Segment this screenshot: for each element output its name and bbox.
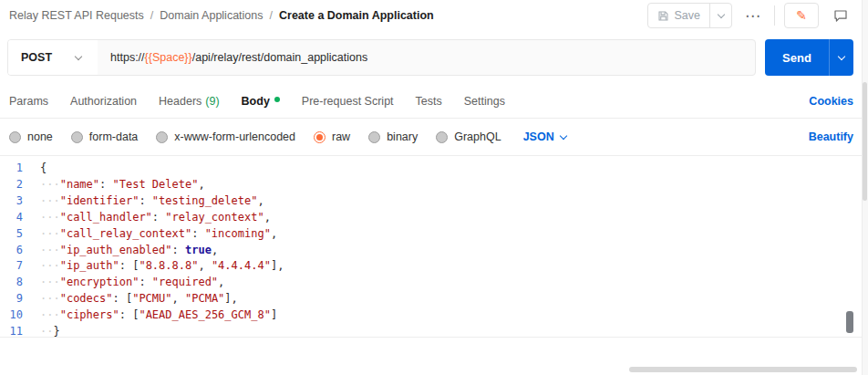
code-token: : <box>152 211 165 224</box>
code-token: ··· <box>40 227 60 240</box>
code-token: "PCMA" <box>185 292 224 305</box>
radio-icon <box>156 131 168 143</box>
breadcrumb-item-collection[interactable]: Relay REST API Requests <box>9 9 144 22</box>
body-mode-none[interactable]: none <box>9 130 53 143</box>
code-token: true <box>185 244 212 256</box>
horizontal-scrollbar-thumb[interactable] <box>629 367 857 372</box>
code-token: ··· <box>40 178 60 191</box>
headers-count: (9) <box>205 95 219 108</box>
tab-authorization[interactable]: Authorization <box>70 95 137 108</box>
body-mode-x-www-form-urlencoded[interactable]: x-www-form-urlencoded <box>156 130 295 143</box>
radio-icon <box>368 131 380 143</box>
more-options-button[interactable]: ⋯ <box>741 6 765 26</box>
code-token: "required" <box>152 276 218 288</box>
code-line[interactable]: ···"encryption": "required", <box>40 275 868 291</box>
body-code-editor[interactable]: 1234567891011 {···"name": "Test Delete",… <box>0 155 868 338</box>
pencil-icon: ✎ <box>796 8 807 23</box>
edit-button[interactable]: ✎ <box>784 3 819 28</box>
tab-params[interactable]: Params <box>9 95 48 108</box>
code-token: "incoming" <box>205 227 271 240</box>
radio-icon <box>71 131 83 143</box>
code-token: ], <box>271 259 284 272</box>
tab-pre-request-script[interactable]: Pre-request Script <box>302 95 394 108</box>
header-actions: Save ⋯ ✎ <box>647 3 854 28</box>
breadcrumb-separator: / <box>150 9 153 22</box>
radio-icon <box>436 131 448 143</box>
chevron-down-icon <box>559 131 566 139</box>
cookies-link[interactable]: Cookies <box>809 95 853 108</box>
line-number: 6 <box>0 243 23 259</box>
breadcrumb-item-request[interactable]: Create a Domain Application <box>279 9 434 22</box>
save-button[interactable]: Save <box>648 4 710 27</box>
code-token: , <box>198 259 211 272</box>
url-prefix: https:// <box>110 51 145 64</box>
save-button-label: Save <box>675 9 701 22</box>
code-token: ] <box>271 308 277 321</box>
method-url-group: POST https://{{Space}}/api/relay/rest/do… <box>7 39 756 76</box>
chevron-down-icon <box>717 10 724 17</box>
radio-label: binary <box>387 130 418 143</box>
code-line[interactable]: ···"ciphers": ["AEAD_AES_256_GCM_8"] <box>40 307 868 324</box>
code-token: "ciphers" <box>60 308 119 321</box>
body-mode-form-data[interactable]: form-data <box>71 130 139 143</box>
body-mode-binary[interactable]: binary <box>368 130 418 143</box>
code-line[interactable]: ···"name": "Test Delete", <box>40 177 868 193</box>
comment-button[interactable] <box>828 3 853 28</box>
raw-format-label: JSON <box>523 130 554 143</box>
tab-body[interactable]: Body <box>242 95 280 108</box>
code-token: "name" <box>60 178 99 191</box>
send-button-group: Send <box>765 39 853 76</box>
editor-code[interactable]: {···"name": "Test Delete",···"identifier… <box>31 156 868 337</box>
tab-headers[interactable]: Headers(9) <box>159 95 220 108</box>
send-button[interactable]: Send <box>765 39 829 76</box>
code-token: : <box>99 178 112 191</box>
code-line[interactable]: ···"call_handler": "relay_context", <box>40 210 868 226</box>
code-token: , <box>198 178 204 191</box>
line-number: 2 <box>0 177 23 193</box>
line-number: 9 <box>0 291 23 307</box>
code-token: ··· <box>40 308 60 321</box>
code-line[interactable]: ···"ip_auth_enabled": true, <box>40 243 868 259</box>
request-url-row: POST https://{{Space}}/api/relay/rest/do… <box>0 31 868 84</box>
line-number: 1 <box>0 161 23 177</box>
line-number: 11 <box>0 324 23 338</box>
code-line[interactable]: ···"call_relay_context": "incoming", <box>40 226 868 243</box>
body-mode-graphql[interactable]: GraphQL <box>436 130 501 143</box>
body-mode-raw[interactable]: raw <box>314 130 350 143</box>
code-token: ·· <box>40 325 53 338</box>
tab-settings[interactable]: Settings <box>464 95 505 108</box>
code-token: ··· <box>40 259 60 272</box>
line-number: 10 <box>0 307 23 324</box>
code-line[interactable]: ···"identifier": "testing_delete", <box>40 193 868 210</box>
code-line[interactable]: ···"ip_auth": ["8.8.8.8", "4.4.4.4"], <box>40 258 868 275</box>
code-line[interactable]: { <box>40 161 868 177</box>
method-select[interactable]: POST <box>8 40 98 75</box>
code-token: , <box>264 211 271 224</box>
code-token: "4.4.4.4" <box>212 259 271 272</box>
page-vertical-scrollbar[interactable] <box>862 0 868 375</box>
code-token: } <box>53 325 59 338</box>
save-icon <box>657 10 669 22</box>
chevron-down-icon <box>75 52 82 59</box>
code-line[interactable]: ···"codecs": ["PCMU", "PCMA"], <box>40 291 868 307</box>
code-token: , <box>271 227 277 240</box>
beautify-link[interactable]: Beautify <box>809 130 853 143</box>
raw-format-select[interactable]: JSON <box>523 130 566 143</box>
editor-scrollbar-thumb[interactable] <box>846 311 853 333</box>
code-token: ··· <box>40 194 60 207</box>
code-token: "ip_auth_enabled" <box>60 244 172 256</box>
send-dropdown-button[interactable] <box>829 39 853 76</box>
code-token: "Test Delete" <box>113 178 199 191</box>
line-number: 8 <box>0 275 23 291</box>
code-token: "PCMU" <box>132 292 171 305</box>
method-label: POST <box>21 51 52 64</box>
request-tabs: Params Authorization Headers(9) Body Pre… <box>0 84 868 119</box>
tab-tests[interactable]: Tests <box>416 95 442 108</box>
breadcrumb-item-folder[interactable]: Domain Applications <box>160 9 263 22</box>
save-dropdown-button[interactable] <box>709 4 731 27</box>
send-button-label: Send <box>782 51 811 65</box>
url-input[interactable]: https://{{Space}}/api/relay/rest/domain_… <box>98 51 367 64</box>
code-line[interactable]: ··} <box>40 324 868 338</box>
vertical-scrollbar-thumb[interactable] <box>863 82 867 201</box>
header-divider <box>774 5 775 26</box>
